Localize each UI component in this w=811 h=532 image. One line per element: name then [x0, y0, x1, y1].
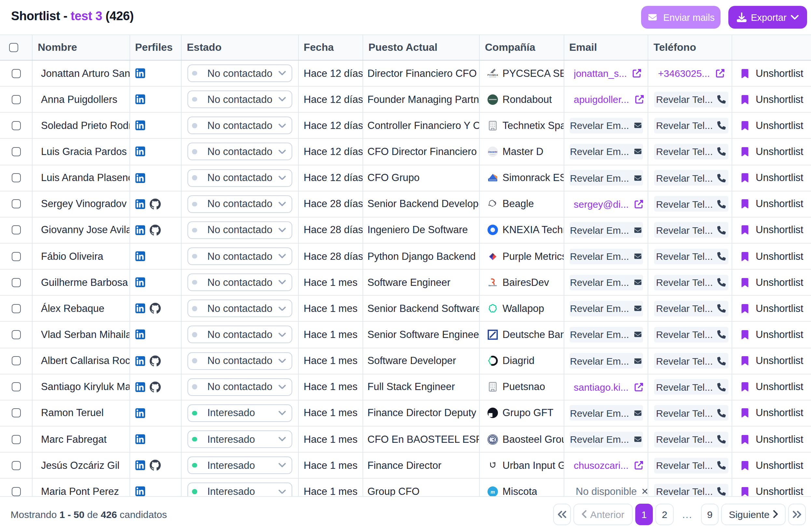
- svg-text:BairesDev: BairesDev: [489, 285, 496, 287]
- svg-text:PYCSECA: PYCSECA: [488, 74, 498, 76]
- svg-text:m: m: [490, 489, 495, 495]
- svg-text:master.d: master.d: [490, 153, 495, 155]
- svg-text:SEGURIDAD: SEGURIDAD: [489, 76, 496, 77]
